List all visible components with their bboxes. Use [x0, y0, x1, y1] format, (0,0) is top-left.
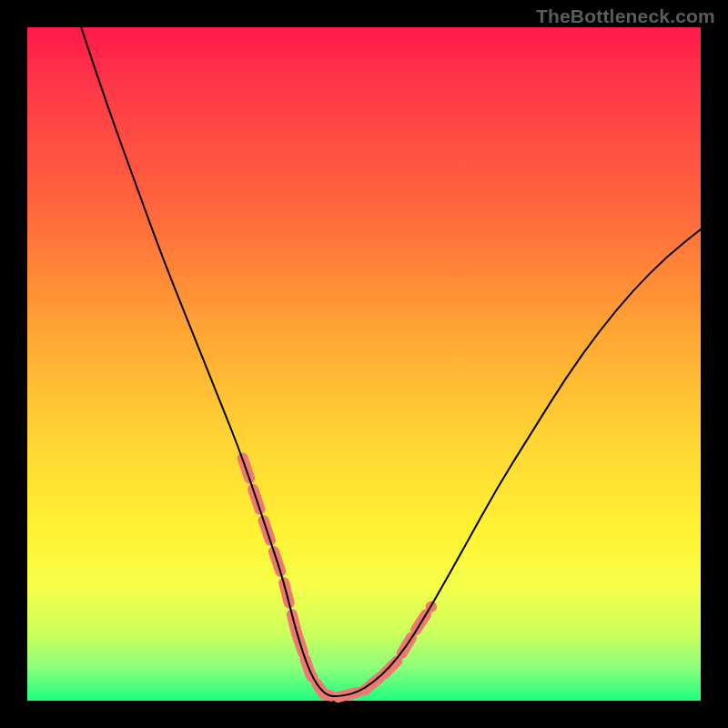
chart-frame: TheBottleneck.com — [0, 0, 728, 728]
curve-layer — [81, 27, 701, 696]
attribution-text: TheBottleneck.com — [536, 5, 715, 27]
chart-svg — [27, 27, 701, 701]
series-highlight-bottom — [297, 633, 384, 697]
chart-plot-area — [27, 27, 701, 701]
highlight-layer — [243, 459, 431, 698]
series-bottleneck-curve — [81, 27, 701, 696]
